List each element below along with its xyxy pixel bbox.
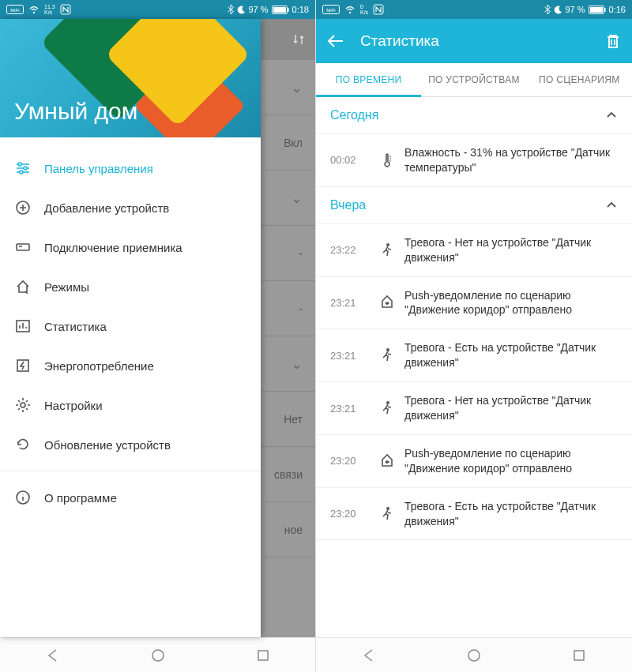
phone-left: MiFi 11.3 K/s 97 % 0:18 — [0, 0, 316, 672]
android-nav-bar — [0, 637, 315, 672]
menu-item-bar-chart[interactable]: Статистика — [0, 306, 261, 346]
svg-point-28 — [386, 507, 389, 510]
speed-value: 0 — [360, 4, 368, 9]
status-bar-left: MiFi 11.3 K/s 97 % 0:18 — [0, 0, 315, 19]
menu-item-gear[interactable]: Настройки — [0, 385, 261, 425]
thermo-icon — [370, 152, 404, 169]
moon-icon — [554, 6, 562, 14]
menu-label: Настройки — [44, 399, 103, 412]
svg-point-8 — [24, 167, 27, 170]
svg-rect-11 — [17, 244, 29, 250]
tabs: ПО ВРЕМЕНИ ПО УСТРОЙСТВАМ ПО СЦЕНАРИЯМ — [316, 63, 632, 97]
entry-time: 23:21 — [330, 350, 370, 362]
tab-by-scenarios[interactable]: ПО СЦЕНАРИЯМ — [527, 63, 632, 96]
svg-point-25 — [386, 243, 389, 246]
nav-back-button[interactable] — [46, 648, 60, 663]
info-icon — [14, 489, 44, 506]
menu-item-energy[interactable]: Энергопотребление — [0, 346, 261, 385]
gear-icon — [14, 396, 44, 414]
bell-icon — [370, 452, 404, 470]
battery-icon — [589, 6, 606, 14]
section-header[interactable]: Вчера — [316, 187, 632, 224]
menu-item-about[interactable]: О программе — [0, 478, 261, 517]
bluetooth-icon — [228, 5, 234, 14]
clock-time: 0:18 — [292, 5, 309, 14]
battery-pct: 97 % — [566, 5, 585, 14]
menu-label: Режимы — [44, 280, 89, 294]
statistics-list[interactable]: Сегодня00:02Влажность - 31% на устройств… — [316, 97, 632, 637]
menu-item-sliders[interactable]: Панель управления — [0, 148, 261, 188]
status-bar-right: MiFi 0 K/s 97 % 0:16 — [316, 0, 632, 19]
section-title: Сегодня — [330, 108, 378, 122]
svg-point-20 — [349, 11, 351, 13]
svg-point-29 — [468, 650, 480, 661]
android-nav-bar — [316, 637, 632, 672]
tab-by-devices[interactable]: ПО УСТРОЙСТВАМ — [421, 63, 526, 96]
svg-point-27 — [386, 401, 389, 404]
log-entry[interactable]: 23:21Push-уведомление по сценарию "Движе… — [316, 277, 632, 330]
battery-icon — [272, 6, 289, 14]
entry-text: Тревога - Есть на устройстве "Датчик дви… — [404, 340, 618, 370]
entry-text: Push-уведомление по сценарию "Движение к… — [404, 288, 618, 318]
menu-item-plus-circle[interactable]: Добавление устройств — [0, 188, 261, 227]
delete-button[interactable] — [605, 32, 621, 50]
menu-label: Статистика — [44, 320, 107, 333]
svg-point-9 — [20, 171, 23, 174]
log-entry[interactable]: 23:20Push-уведомление по сценарию "Движе… — [316, 435, 632, 488]
menu-item-receiver[interactable]: Подключение приемника — [0, 227, 261, 267]
sliders-icon — [14, 160, 44, 177]
entry-time: 23:21 — [330, 403, 370, 415]
chevron-up-icon — [605, 199, 618, 212]
page-title: Статистика — [360, 32, 605, 50]
svg-point-26 — [386, 348, 389, 351]
entry-text: Влажность - 31% на устройстве "Датчик те… — [404, 145, 618, 175]
battery-pct: 97 % — [249, 5, 269, 14]
menu-label: Подключение приемника — [44, 241, 182, 254]
nav-recent-button[interactable] — [572, 648, 586, 663]
svg-rect-5 — [273, 7, 286, 13]
menu-item-home-mode[interactable]: Режимы — [0, 267, 261, 306]
receiver-icon — [14, 238, 44, 256]
motion-icon — [370, 347, 404, 364]
nav-home-button[interactable] — [467, 648, 481, 663]
bar-chart-icon — [14, 317, 44, 335]
home-mode-icon — [14, 278, 44, 295]
svg-rect-23 — [590, 7, 603, 13]
log-entry[interactable]: 00:02Влажность - 31% на устройстве "Датч… — [316, 134, 632, 187]
svg-rect-24 — [604, 8, 606, 12]
tab-by-time[interactable]: ПО ВРЕМЕНИ — [316, 63, 421, 96]
back-button[interactable] — [327, 32, 344, 50]
entry-time: 23:21 — [330, 297, 370, 309]
chevron-up-icon — [605, 109, 618, 122]
plus-circle-icon — [14, 199, 44, 216]
entry-time: 23:20 — [330, 508, 370, 520]
drawer-header: Умный дом — [0, 19, 261, 137]
nav-home-button[interactable] — [151, 648, 165, 663]
svg-text:MiFi: MiFi — [10, 8, 19, 13]
svg-text:MiFi: MiFi — [326, 8, 335, 13]
bell-icon — [370, 294, 404, 311]
wifi-icon — [344, 6, 356, 14]
nav-back-button[interactable] — [362, 648, 376, 663]
log-entry[interactable]: 23:21Тревога - Есть на устройстве "Датчи… — [316, 329, 632, 382]
refresh-icon — [14, 436, 44, 453]
log-entry[interactable]: 23:22Тревога - Нет на устройстве "Датчик… — [316, 224, 632, 277]
app-title: Умный дом — [14, 98, 137, 125]
menu-item-refresh[interactable]: Обновление устройств — [0, 425, 261, 464]
mifi-icon: MiFi — [6, 5, 24, 14]
nfc-icon — [373, 4, 384, 15]
log-entry[interactable]: 23:20Тревога - Есть на устройстве "Датчи… — [316, 488, 632, 541]
svg-point-14 — [21, 403, 25, 407]
menu-label: О программе — [44, 491, 117, 505]
section-header[interactable]: Сегодня — [316, 97, 632, 134]
entry-time: 23:20 — [330, 455, 370, 467]
bluetooth-icon — [544, 5, 551, 14]
app-bar: Статистика — [316, 19, 632, 63]
svg-rect-17 — [258, 651, 268, 660]
log-entry[interactable]: 23:21Тревога - Нет на устройстве "Датчик… — [316, 382, 632, 435]
entry-time: 00:02 — [330, 154, 370, 166]
svg-rect-6 — [288, 8, 289, 12]
speed-value: 11.3 — [44, 4, 55, 9]
svg-point-16 — [152, 650, 164, 661]
nav-recent-button[interactable] — [256, 648, 270, 663]
